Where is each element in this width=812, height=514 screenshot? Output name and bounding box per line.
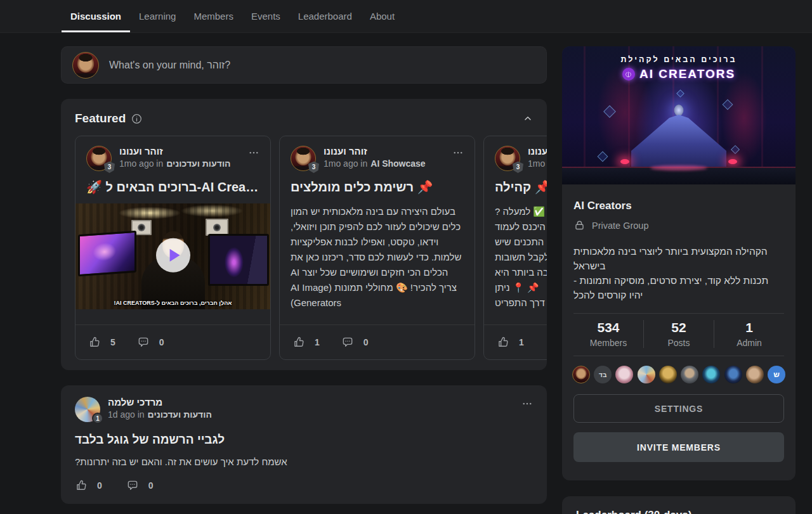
post-body: בעולם היצירה עם בינה מלאכותית יש המון כל…	[291, 204, 464, 311]
user-avatar[interactable]	[72, 52, 99, 79]
post-footer: 1 0	[280, 324, 475, 359]
post-footer: 1 0	[484, 324, 547, 359]
floating-cube	[603, 105, 616, 118]
comment-button[interactable]: 0	[341, 336, 369, 349]
comment-button[interactable]: 0	[126, 479, 154, 492]
member-avatar[interactable]	[681, 366, 698, 383]
comment-count: 0	[363, 337, 369, 347]
video-caption: אהלן חברים, ברוכים הבאים ל-AI CREATORS!	[75, 300, 270, 306]
post-meta: 1d ago in הודעות ועדכונים	[108, 409, 514, 420]
thumbs-up-icon	[497, 336, 509, 349]
group-sidebar: ברוכים הבאים לקהילת AI CREATORS AI Creat…	[562, 33, 796, 514]
member-avatar[interactable]: ש	[768, 366, 785, 383]
tab-members[interactable]: Members	[185, 0, 242, 32]
member-avatar[interactable]	[572, 366, 590, 383]
like-button[interactable]: 1	[497, 336, 524, 349]
stat-admin: 1 Admin	[714, 320, 784, 348]
more-menu-button[interactable]	[452, 147, 464, 158]
banner-figure	[631, 115, 726, 168]
post-title[interactable]: 📌 קהילה	[495, 179, 547, 196]
comment-button[interactable]: 0	[546, 336, 547, 349]
comment-button[interactable]: 0	[137, 336, 164, 349]
like-button[interactable]: 0	[75, 479, 102, 492]
post-meta: 1mo ago in הודעות ועדכונים	[528, 158, 547, 169]
group-privacy: Private Group	[573, 219, 784, 231]
post-title[interactable]: 🚀 ברוכים הבאים ל-AI Creat...	[86, 179, 259, 196]
member-avatars: בד ש	[572, 366, 785, 383]
studio-speaker	[206, 219, 228, 236]
tab-learning[interactable]: Learning	[130, 0, 185, 32]
member-avatar[interactable]	[746, 366, 764, 383]
featured-section: Featured 3 זוהר וענונו	[61, 99, 547, 370]
floating-cube	[598, 151, 608, 162]
author-name[interactable]: מרדכי שלמה	[108, 397, 514, 408]
thumbs-up-icon	[292, 336, 305, 349]
post-footer: 5 0	[75, 324, 270, 359]
info-icon[interactable]	[131, 113, 142, 124]
collapse-section-button[interactable]	[523, 113, 533, 124]
invite-members-button[interactable]: INVITE MEMBERS	[573, 432, 784, 462]
space-link[interactable]: הודעות ועדכונים	[148, 409, 212, 420]
brain-icon	[622, 68, 635, 80]
comment-icon	[341, 336, 354, 349]
group-info-card: ברוכים הבאים לקהילת AI CREATORS AI Creat…	[562, 46, 796, 480]
more-menu-button[interactable]	[248, 147, 259, 158]
group-description: הקהילה המקצועית ביותר ליוצרי בינה מלאכות…	[573, 244, 784, 302]
author-name[interactable]: זוהר וענונו	[119, 146, 240, 157]
space-link[interactable]: AI Showcase	[370, 158, 425, 169]
member-avatar[interactable]	[615, 366, 633, 383]
featured-post-card[interactable]: 3 זוהר וענונו 1mo ago in הודעות ועדכונים…	[75, 136, 271, 360]
thumbs-up-icon	[88, 336, 101, 349]
like-count: 1	[315, 337, 320, 347]
right-monitor	[208, 234, 269, 286]
more-menu-button[interactable]	[521, 398, 533, 409]
featured-post-card[interactable]: 3 זוהר וענונו 1mo ago in הודעות ועדכונים…	[483, 136, 547, 360]
stat-members: 534 Members	[573, 320, 643, 348]
post-title[interactable]: לגביי הרשמה של גוגל בלבד	[75, 433, 533, 447]
banner-welcome-text: ברוכים הבאים לקהילת	[562, 55, 796, 64]
comment-icon	[137, 336, 150, 349]
post-body: אשמח לדעת איך עושים את זה. והאם יש בזה י…	[75, 456, 533, 467]
tab-discussion[interactable]: Discussion	[62, 0, 130, 32]
member-avatar[interactable]	[724, 366, 742, 383]
author-name[interactable]: זוהר וענונו	[324, 146, 445, 157]
banner-desk	[562, 167, 796, 184]
post-title[interactable]: 📌 רשימת כלים מומלצים	[291, 179, 464, 196]
lock-icon	[573, 219, 586, 231]
author-name[interactable]: זוהר וענונו	[528, 146, 547, 157]
play-button[interactable]	[156, 238, 190, 272]
post-composer[interactable]: What's on your mind, זוהר?	[61, 46, 547, 84]
privacy-label: Private Group	[592, 221, 648, 231]
member-avatar[interactable]: בד	[594, 366, 612, 383]
feed-column: What's on your mind, זוהר? Featured 3	[61, 33, 547, 504]
leaderboard-card: Leaderboard (30-days)	[562, 496, 796, 514]
like-button[interactable]: 1	[292, 336, 320, 349]
like-button[interactable]: 5	[88, 336, 115, 349]
member-avatar[interactable]	[659, 366, 677, 383]
banner-glow	[728, 159, 737, 164]
floating-cube	[723, 100, 733, 110]
member-avatar[interactable]	[638, 366, 655, 383]
post-body: ✅ למעלה ? היכנס לעמוד התכנים שיש לקבל תש…	[495, 204, 547, 311]
chevron-up-icon	[523, 113, 533, 124]
featured-title: Featured	[75, 112, 126, 125]
space-link[interactable]: הודעות ועדכונים	[166, 158, 230, 169]
post-footer: 0 0	[75, 479, 533, 492]
settings-button[interactable]: SETTINGS	[573, 394, 784, 423]
banner-glow	[620, 159, 629, 164]
like-count: 1	[519, 337, 524, 347]
tab-about[interactable]: About	[361, 0, 403, 32]
left-monitor	[78, 231, 136, 276]
floating-cube	[731, 145, 740, 154]
featured-post-card[interactable]: 3 זוהר וענונו 1mo ago in AI Showcase 📌 ר…	[279, 136, 475, 360]
thumbs-up-icon	[75, 479, 88, 492]
video-thumbnail[interactable]: אהלן חברים, ברוכים הבאים ל-AI CREATORS!	[75, 203, 270, 309]
member-avatar[interactable]	[702, 366, 720, 383]
floating-cube	[676, 89, 684, 98]
feed-post-card[interactable]: 1 מרדכי שלמה 1d ago in הודעות ועדכונים ל…	[61, 385, 547, 504]
tab-events[interactable]: Events	[242, 0, 289, 32]
banner-figure	[674, 105, 684, 116]
comment-icon	[126, 479, 139, 492]
tab-leaderboard[interactable]: Leaderboard	[289, 0, 361, 32]
ellipsis-icon	[248, 147, 259, 158]
